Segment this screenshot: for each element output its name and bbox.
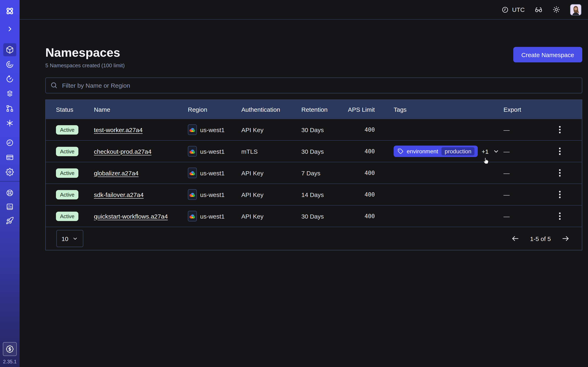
column-header-retention: Retention: [296, 106, 342, 113]
aps-limit-value: 400: [342, 148, 388, 155]
sidebar-expand-button[interactable]: [3, 22, 16, 35]
table-row: Active sdk-failover.a27a4 us-west1 API K…: [46, 184, 582, 205]
namespaces-table: Status Name Region Authentication Retent…: [45, 100, 582, 250]
row-menu-button[interactable]: [557, 145, 563, 157]
lifebuoy-icon: [6, 189, 14, 197]
namespace-link[interactable]: globalizer.a27a4: [94, 169, 139, 176]
chevron-down-icon: [72, 236, 78, 242]
namespace-link[interactable]: test-worker.a27a4: [94, 126, 143, 133]
arrow-right-icon: [562, 234, 570, 243]
arrow-left-icon: [511, 234, 519, 243]
auth-value: mTLS: [236, 148, 296, 155]
timer-icon: [6, 75, 14, 83]
row-menu-button[interactable]: [557, 167, 563, 179]
book-sparkle-icon: [6, 203, 14, 211]
sidebar-item-workflows[interactable]: [3, 58, 16, 71]
topbar: UTC: [20, 0, 588, 20]
aps-limit-value: 400: [342, 213, 388, 219]
region-label: us-west1: [200, 213, 225, 220]
pricing-badge-button[interactable]: [3, 342, 17, 356]
google-cloud-icon: [188, 211, 197, 221]
main-content: Namespaces 5 Namespaces created (100 lim…: [20, 20, 588, 367]
create-namespace-button[interactable]: Create Namespace: [513, 47, 582, 62]
glasses-icon: [535, 6, 543, 14]
sidebar-item-support[interactable]: [3, 186, 16, 200]
table-pagination: 10 1-5 of 5: [46, 227, 582, 250]
status-badge: Active: [56, 190, 79, 199]
sidebar: 2.35.1: [0, 0, 20, 367]
sidebar-item-docs[interactable]: [3, 200, 16, 213]
retention-value: 30 Days: [296, 148, 342, 155]
theme-toggle[interactable]: [553, 6, 560, 13]
timezone-label: UTC: [512, 6, 525, 13]
status-badge: Active: [56, 147, 79, 156]
gear-icon: [6, 168, 14, 176]
page-title: Namespaces: [45, 46, 125, 59]
google-cloud-icon: [188, 167, 197, 178]
sidebar-item-batch-operations[interactable]: [3, 102, 16, 115]
tag-icon: [398, 149, 403, 154]
column-header-authentication: Authentication: [236, 106, 296, 113]
page-size-value: 10: [61, 235, 68, 242]
export-value: —: [498, 126, 532, 133]
search-icon: [50, 82, 58, 89]
temporal-logo[interactable]: [3, 4, 16, 17]
sidebar-item-deployments[interactable]: [3, 87, 16, 100]
region-label: us-west1: [200, 126, 225, 133]
sidebar-divider: [0, 181, 20, 182]
auth-value: API Key: [236, 191, 296, 198]
labs-mode-toggle[interactable]: [535, 6, 543, 14]
badge-dollar-icon: [6, 345, 14, 353]
previous-page-button[interactable]: [510, 233, 521, 244]
clock-icon: [502, 6, 509, 13]
row-menu-button[interactable]: [557, 188, 563, 201]
sidebar-item-namespaces[interactable]: [3, 43, 16, 56]
tag-pill[interactable]: environment production: [394, 146, 478, 157]
filter-input[interactable]: [45, 77, 582, 93]
tags-cell: environment production +1: [388, 146, 498, 157]
rocket-icon: [6, 217, 14, 225]
sidebar-item-schedules[interactable]: [3, 73, 16, 86]
google-cloud-icon: [188, 189, 197, 200]
gauge-icon: [6, 139, 14, 147]
aps-limit-value: 400: [342, 191, 388, 198]
namespace-link[interactable]: quickstart-workflows.a27a4: [94, 213, 168, 220]
credit-card-icon: [6, 153, 14, 161]
aps-limit-value: 400: [342, 126, 388, 133]
export-value: —: [498, 169, 532, 176]
next-page-button[interactable]: [560, 233, 571, 244]
spiral-icon: [6, 60, 14, 68]
tags-more-count: +1: [482, 148, 489, 155]
timezone-selector[interactable]: UTC: [502, 6, 525, 13]
chevron-right-icon: [7, 26, 13, 32]
status-badge: Active: [56, 211, 79, 221]
row-menu-button[interactable]: [557, 124, 563, 136]
region-label: us-west1: [200, 169, 225, 176]
row-menu-button[interactable]: [557, 210, 563, 222]
region-label: us-west1: [200, 191, 225, 198]
table-row: Active globalizer.a27a4 us-west1 API Key…: [46, 162, 582, 184]
namespace-link[interactable]: sdk-failover.a27a4: [94, 191, 144, 198]
column-header-status: Status: [46, 106, 88, 113]
sidebar-item-billing[interactable]: [3, 151, 16, 164]
cube-icon: [6, 46, 14, 54]
table-row: Active test-worker.a27a4 us-west1 API Ke…: [46, 119, 582, 140]
tag-value: production: [441, 147, 475, 155]
sidebar-item-nexus[interactable]: [3, 117, 16, 130]
asterisk-icon: [6, 119, 14, 127]
status-badge: Active: [56, 125, 79, 134]
table-row: Active quickstart-workflows.a27a4 us-wes…: [46, 205, 582, 227]
sidebar-item-usage[interactable]: [3, 136, 16, 149]
sidebar-item-settings[interactable]: [3, 166, 16, 179]
sun-icon: [553, 6, 560, 13]
table-row: Active checkout-prod.a27a4 us-west1 mTLS…: [46, 140, 582, 162]
pagination-range: 1-5 of 5: [530, 235, 551, 242]
tag-key: environment: [407, 148, 438, 155]
column-header-aps-limit: APS Limit: [342, 106, 388, 113]
layers-icon: [6, 90, 14, 98]
page-size-select[interactable]: 10: [56, 230, 83, 247]
namespace-link[interactable]: checkout-prod.a27a4: [94, 148, 151, 155]
sidebar-item-getting-started[interactable]: [3, 214, 16, 227]
branch-icon: [6, 104, 14, 113]
user-avatar[interactable]: [570, 4, 581, 15]
